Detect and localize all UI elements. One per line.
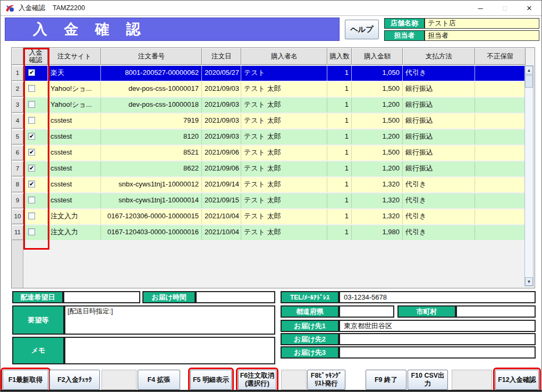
delivery-date-label: 配達希望日 bbox=[12, 291, 63, 303]
checkbox-cell bbox=[23, 98, 48, 113]
tel-mail-field[interactable]: 03-1234-5678 bbox=[339, 291, 536, 303]
empty-button-slot bbox=[281, 370, 307, 390]
address2-field[interactable] bbox=[339, 333, 536, 345]
cell-amount: 1,200 bbox=[352, 130, 403, 144]
close-button[interactable]: ✕ bbox=[517, 1, 541, 15]
table-row[interactable]: 1✔楽天8001-200527-000000622020/05/27テスト11,… bbox=[12, 66, 535, 81]
window-title-code: TAMZ2200 bbox=[53, 4, 85, 12]
cell-payment-method: 銀行振込 bbox=[403, 98, 475, 113]
delivery-date-field[interactable] bbox=[63, 291, 140, 303]
cell-order-number: snbx-cyws1tnj1-10000014 bbox=[101, 193, 202, 208]
scrollbar-track[interactable] bbox=[525, 88, 533, 277]
header-order-date[interactable]: 注文日 bbox=[202, 48, 241, 65]
table-row[interactable]: 11注文入力0167-120403-0000-100000162021/10/0… bbox=[12, 225, 535, 240]
cell-order-date: 2021/09/06 bbox=[202, 146, 241, 160]
cell-amount: 1,200 bbox=[352, 161, 403, 176]
address2-label: お届け先2 bbox=[281, 333, 339, 345]
store-name-field[interactable]: テスト店 bbox=[425, 18, 539, 29]
header-payment-method[interactable]: 支払方法 bbox=[403, 48, 475, 65]
table-row[interactable]: 8✔csstestsnbx-cyws1tnj1-100000122021/09/… bbox=[12, 177, 535, 192]
cell-buyer-name: テスト 太郎 bbox=[241, 146, 327, 160]
memo-field[interactable] bbox=[64, 337, 275, 364]
table-row[interactable]: 4csstest79192021/09/03テスト 太郎11,500銀行振込 bbox=[12, 114, 535, 129]
fkey-f1-button[interactable]: F1最新取得 bbox=[3, 370, 48, 390]
delivery-time-field[interactable] bbox=[196, 291, 275, 303]
payment-confirm-checkbox[interactable]: ✔ bbox=[28, 149, 35, 156]
cell-amount: 1,320 bbox=[352, 177, 403, 192]
scrollbar-thumb[interactable] bbox=[525, 75, 533, 88]
table-row[interactable]: 6✔csstest85212021/09/06テスト 太郎11,500銀行振込 bbox=[12, 146, 535, 160]
title-bar: 入金確認 TAMZ2200 ─ □ ✕ bbox=[1, 1, 541, 16]
header-order-number[interactable]: 注文番号 bbox=[101, 48, 202, 65]
vertical-scrollbar[interactable]: ▲ ▼ bbox=[524, 65, 533, 286]
cell-order-date: 2021/10/04 bbox=[202, 209, 241, 224]
checkbox-cell: ✔ bbox=[23, 161, 48, 176]
address1-field[interactable]: 東京都世田谷区 bbox=[339, 320, 536, 332]
payment-confirm-checkbox[interactable] bbox=[28, 228, 35, 235]
checkbox-cell bbox=[23, 209, 48, 224]
address1-label: お届け先1 bbox=[281, 320, 339, 332]
city-field[interactable] bbox=[456, 305, 536, 318]
header-order-site[interactable]: 注文サイト bbox=[48, 48, 101, 65]
cell-buyer-name: テスト 太郎 bbox=[241, 177, 327, 192]
payment-confirm-checkbox[interactable]: ✔ bbox=[28, 69, 35, 76]
fkey-f10-button[interactable]: F10 CSV出力 bbox=[408, 370, 448, 390]
payment-confirm-checkbox[interactable]: ✔ bbox=[28, 181, 35, 188]
payment-confirm-checkbox[interactable] bbox=[28, 117, 35, 124]
fkey-f9-button[interactable]: F9 終了 bbox=[366, 370, 406, 390]
cell-order-site: 楽天 bbox=[48, 66, 101, 81]
table-row[interactable]: 3Yahoo!ショ...dev-pos-css-100000182021/09/… bbox=[12, 98, 535, 113]
payment-confirm-checkbox[interactable] bbox=[28, 212, 35, 219]
payment-confirm-checkbox[interactable]: ✔ bbox=[28, 133, 35, 140]
minimize-button[interactable]: ─ bbox=[468, 1, 493, 15]
checkbox-cell: ✔ bbox=[23, 66, 48, 81]
payment-confirm-checkbox[interactable]: ✔ bbox=[28, 165, 35, 172]
cell-amount: 1,050 bbox=[352, 66, 403, 81]
fkey-f12-button[interactable]: F12入金確認 bbox=[495, 370, 539, 390]
table-row[interactable]: 5✔csstest81202021/09/03テスト 太郎11,200銀行振込 bbox=[12, 130, 535, 144]
cell-buyer-name: テスト 太郎 bbox=[241, 82, 327, 97]
cell-quantity: 1 bbox=[327, 66, 352, 81]
cell-fraud-hold bbox=[475, 225, 526, 240]
table-row[interactable]: 2Yahoo!ショ...dev-pos-css-100000172021/09/… bbox=[12, 82, 535, 97]
cell-fraud-hold bbox=[475, 161, 526, 176]
table-row[interactable]: 10注文入力0167-120306-0000-100000152021/10/0… bbox=[12, 209, 535, 224]
scroll-down-icon[interactable]: ▼ bbox=[525, 277, 533, 286]
header-payment-confirm[interactable]: 入金 確認 bbox=[23, 48, 48, 65]
staff-field[interactable]: 担当者 bbox=[425, 30, 539, 41]
cell-payment-method: 代引き bbox=[403, 209, 475, 224]
payment-confirm-checkbox[interactable] bbox=[28, 85, 35, 92]
city-label: 市町村 bbox=[397, 305, 456, 318]
fkey-f4-button[interactable]: F4 拡張 bbox=[138, 370, 180, 390]
table-row[interactable]: 9csstestsnbx-cyws1tnj1-100000142021/09/1… bbox=[12, 193, 535, 208]
fkey-f5-button[interactable]: F5 明細表示 bbox=[190, 370, 232, 390]
checkbox-cell: ✔ bbox=[23, 177, 48, 192]
fkey-f6-button[interactable]: F6注文取消 (選択行) bbox=[238, 370, 276, 390]
header-fraud-hold[interactable]: 不正保留 bbox=[475, 48, 526, 65]
cell-order-date: 2021/09/03 bbox=[202, 82, 241, 97]
header-amount[interactable]: 購入金額 bbox=[352, 48, 403, 65]
fkey-f2-button[interactable]: F2入金ﾁｪｯｸ bbox=[49, 370, 100, 390]
payment-confirm-checkbox[interactable] bbox=[28, 101, 35, 108]
cell-payment-method: 代引き bbox=[403, 177, 475, 192]
scroll-up-icon[interactable]: ▲ bbox=[525, 66, 533, 74]
fkey-f8-button[interactable]: F8ﾋﾟｯｷﾝｸﾞ ﾘｽﾄ発行 bbox=[307, 370, 345, 390]
payment-confirm-checkbox[interactable] bbox=[28, 197, 35, 203]
request-field[interactable]: [配送日時指定:] bbox=[64, 305, 275, 335]
header-quantity[interactable]: 購入数 bbox=[327, 48, 352, 65]
cell-quantity: 1 bbox=[327, 209, 352, 224]
app-icon bbox=[5, 4, 14, 13]
cell-order-number: dev-pos-css-10000018 bbox=[101, 98, 202, 113]
grid-empty-area bbox=[12, 240, 535, 288]
help-button[interactable]: ヘルプ bbox=[345, 20, 379, 39]
cell-buyer-name: テスト 太郎 bbox=[241, 161, 327, 176]
cell-order-site: 注文入力 bbox=[48, 225, 101, 240]
prefecture-field[interactable] bbox=[339, 305, 394, 318]
checkbox-cell bbox=[23, 225, 48, 240]
address3-field[interactable] bbox=[339, 346, 536, 359]
row-number: 11 bbox=[12, 225, 23, 240]
cell-amount: 1,200 bbox=[352, 98, 403, 113]
header-buyer-name[interactable]: 購入者名 bbox=[241, 48, 327, 65]
checkbox-cell: ✔ bbox=[23, 146, 48, 160]
table-row[interactable]: 7✔csstest86222021/09/06テスト 太郎11,200銀行振込 bbox=[12, 161, 535, 176]
